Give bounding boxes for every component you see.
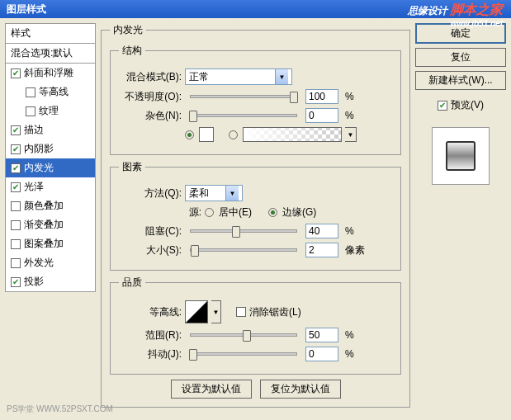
preview-checkbox[interactable] bbox=[438, 101, 447, 111]
style-label: 等高线 bbox=[39, 85, 69, 99]
structure-group: 结构 混合模式(B): 正常 ▼ 不透明度(O): % 杂色(N): bbox=[110, 44, 401, 155]
style-item[interactable]: 内阴影 bbox=[6, 139, 95, 158]
footer-watermark: PS学堂 WWW.52PSXT.COM bbox=[7, 403, 113, 415]
title-bar: 图层样式 思缘设计 脚本之家 www.jb51.net bbox=[0, 0, 511, 18]
contour-picker[interactable] bbox=[185, 300, 208, 323]
size-slider[interactable] bbox=[190, 248, 297, 252]
source-label: 源: bbox=[119, 205, 201, 219]
style-label: 图案叠加 bbox=[24, 237, 64, 251]
style-item[interactable]: 描边 bbox=[6, 120, 95, 139]
window-title: 图层样式 bbox=[7, 2, 46, 17]
style-checkbox[interactable] bbox=[11, 182, 21, 192]
style-checkbox[interactable] bbox=[11, 201, 21, 211]
range-input[interactable] bbox=[305, 328, 338, 342]
style-label: 内发光 bbox=[24, 161, 54, 175]
chevron-down-icon: ▼ bbox=[275, 69, 288, 84]
style-checkbox[interactable] bbox=[11, 277, 21, 287]
reset-button[interactable]: 复位 bbox=[415, 48, 506, 67]
style-item[interactable]: 图案叠加 bbox=[6, 234, 95, 253]
size-input[interactable] bbox=[305, 243, 338, 257]
style-label: 光泽 bbox=[24, 180, 44, 194]
blend-options[interactable]: 混合选项:默认 bbox=[5, 44, 96, 64]
choke-label: 阻塞(C): bbox=[119, 224, 182, 238]
jitter-input[interactable] bbox=[305, 347, 338, 361]
chevron-down-icon[interactable]: ▼ bbox=[211, 300, 221, 323]
watermark: 思缘设计 脚本之家 www.jb51.net bbox=[408, 2, 503, 28]
choke-input[interactable] bbox=[305, 224, 338, 238]
technique-label: 方法(Q): bbox=[119, 186, 182, 201]
style-checkbox[interactable] bbox=[11, 239, 21, 249]
style-item[interactable]: 纹理 bbox=[6, 101, 95, 120]
style-item[interactable]: 投影 bbox=[6, 272, 95, 291]
size-label: 大小(S): bbox=[119, 243, 182, 257]
style-item[interactable]: 斜面和浮雕 bbox=[6, 64, 95, 83]
opacity-slider[interactable] bbox=[190, 95, 297, 98]
style-item[interactable]: 渐变叠加 bbox=[6, 215, 95, 234]
antialias-checkbox[interactable] bbox=[236, 307, 246, 317]
chevron-down-icon[interactable]: ▼ bbox=[345, 127, 357, 142]
preview-swatch bbox=[446, 141, 476, 171]
quality-group: 品质 等高线: ▼ 消除锯齿(L) 范围(R): % 抖动(J): bbox=[110, 276, 401, 375]
style-item[interactable]: 颜色叠加 bbox=[6, 196, 95, 215]
noise-slider[interactable] bbox=[190, 114, 297, 117]
style-label: 描边 bbox=[24, 123, 44, 137]
settings-panel: 内发光 结构 混合模式(B): 正常 ▼ 不透明度(O): % bbox=[101, 23, 410, 413]
style-item[interactable]: 内发光 bbox=[6, 158, 95, 177]
jitter-slider[interactable] bbox=[190, 352, 297, 356]
reset-default-button[interactable]: 复位为默认值 bbox=[260, 380, 341, 399]
preview-box bbox=[432, 127, 490, 185]
style-item[interactable]: 外发光 bbox=[6, 253, 95, 272]
panel-title: 内发光 bbox=[110, 23, 146, 37]
style-checkbox[interactable] bbox=[11, 125, 21, 135]
styles-header[interactable]: 样式 bbox=[5, 23, 96, 44]
action-panel: 确定 复位 新建样式(W)... 预览(V) bbox=[415, 23, 506, 413]
elements-group: 图素 方法(Q): 柔和 ▼ 源: 居中(E) 边缘(G) bbox=[110, 160, 401, 271]
style-label: 斜面和浮雕 bbox=[24, 66, 73, 80]
range-slider[interactable] bbox=[190, 333, 297, 337]
chevron-down-icon: ▼ bbox=[225, 186, 239, 201]
style-label: 内阴影 bbox=[24, 142, 54, 156]
style-item[interactable]: 光泽 bbox=[6, 177, 95, 196]
choke-slider[interactable] bbox=[190, 229, 297, 233]
contour-label: 等高线: bbox=[119, 305, 182, 319]
style-item[interactable]: 等高线 bbox=[6, 83, 95, 101]
style-checkbox[interactable] bbox=[26, 106, 35, 116]
range-label: 范围(R): bbox=[119, 328, 182, 342]
opacity-label: 不透明度(O): bbox=[119, 90, 182, 104]
style-checkbox[interactable] bbox=[11, 163, 21, 173]
noise-input[interactable] bbox=[305, 108, 338, 123]
new-style-button[interactable]: 新建样式(W)... bbox=[415, 71, 506, 90]
style-label: 外发光 bbox=[24, 256, 54, 270]
styles-panel: 样式 混合选项:默认 斜面和浮雕等高线纹理描边内阴影内发光光泽颜色叠加渐变叠加图… bbox=[5, 23, 96, 413]
style-label: 纹理 bbox=[39, 104, 59, 118]
make-default-button[interactable]: 设置为默认值 bbox=[171, 380, 252, 399]
style-checkbox[interactable] bbox=[11, 258, 21, 268]
color-radio[interactable] bbox=[185, 130, 194, 139]
style-checkbox[interactable] bbox=[11, 144, 21, 154]
source-center-radio[interactable] bbox=[205, 208, 214, 217]
noise-label: 杂色(N): bbox=[119, 109, 182, 123]
technique-combo[interactable]: 柔和 ▼ bbox=[185, 185, 243, 201]
source-edge-radio[interactable] bbox=[268, 208, 277, 217]
style-checkbox[interactable] bbox=[11, 220, 21, 230]
style-label: 颜色叠加 bbox=[24, 199, 64, 213]
style-label: 投影 bbox=[24, 275, 44, 289]
gradient-radio[interactable] bbox=[229, 130, 238, 139]
inner-glow-fieldset: 内发光 结构 混合模式(B): 正常 ▼ 不透明度(O): % bbox=[101, 23, 410, 408]
blend-mode-combo[interactable]: 正常 ▼ bbox=[185, 68, 292, 85]
opacity-input[interactable] bbox=[305, 89, 338, 104]
color-swatch[interactable] bbox=[199, 127, 214, 142]
style-label: 渐变叠加 bbox=[24, 218, 64, 232]
style-checkbox[interactable] bbox=[11, 68, 21, 78]
jitter-label: 抖动(J): bbox=[119, 347, 182, 361]
blend-mode-label: 混合模式(B): bbox=[119, 70, 182, 84]
style-checkbox[interactable] bbox=[26, 87, 35, 97]
gradient-picker[interactable] bbox=[243, 127, 342, 142]
